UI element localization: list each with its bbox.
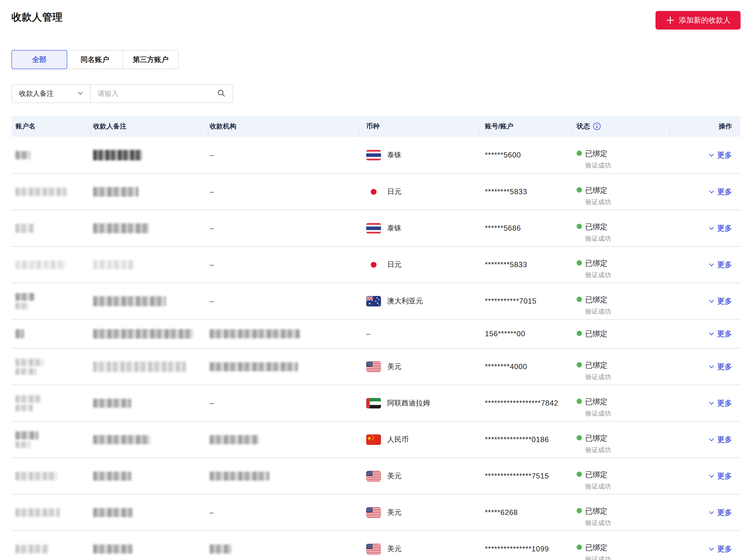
payee-note-cell (91, 348, 208, 385)
table-row: –日元********5833已绑定验证成功更多 (12, 246, 740, 283)
status-badge: 已绑定 (585, 543, 611, 553)
chevron-down-icon (708, 225, 715, 232)
account-name-redacted (16, 508, 60, 517)
more-actions-label: 更多 (717, 398, 732, 408)
more-actions-button[interactable]: 更多 (708, 544, 732, 554)
more-actions-label: 更多 (717, 187, 732, 197)
currency-label: 泰铢 (387, 150, 402, 160)
status-cell: 已绑定验证成功 (572, 348, 670, 385)
currency-label: 人民币 (387, 435, 409, 444)
account-name-redacted (16, 405, 33, 411)
account-name-cell (12, 174, 91, 210)
table-row: –泰铢******5686已绑定验证成功更多 (12, 210, 740, 246)
payee-note-redacted (93, 361, 186, 372)
status-dot-icon (577, 435, 582, 440)
topbar: 收款人管理 添加新的收款人 (12, 0, 740, 29)
currency-label: 美元 (387, 471, 402, 481)
more-actions-label: 更多 (717, 223, 732, 233)
currency-cell: 泰铢 (360, 137, 480, 173)
account-number-cell: ********5833 (480, 247, 572, 283)
japan-flag-icon (366, 260, 381, 270)
status-badge: 已绑定 (585, 397, 611, 407)
more-actions-button[interactable]: 更多 (708, 223, 732, 233)
institution-cell: – (208, 283, 360, 319)
more-actions-button[interactable]: 更多 (708, 150, 732, 160)
more-actions-button[interactable]: 更多 (708, 296, 732, 306)
currency-cell: 美元 (360, 458, 480, 494)
account-name-cell (12, 385, 91, 421)
chevron-down-icon (77, 89, 84, 98)
tab-0[interactable]: 全部 (12, 50, 67, 69)
more-actions-button[interactable]: 更多 (708, 435, 732, 445)
more-actions-button[interactable]: 更多 (708, 329, 732, 339)
institution-cell: – (208, 174, 360, 210)
more-actions-button[interactable]: 更多 (708, 398, 732, 408)
australia-flag-icon (366, 296, 381, 306)
chevron-down-icon (708, 363, 715, 370)
chevron-down-icon (708, 261, 715, 268)
column-header-0: 账户名 (12, 122, 91, 131)
institution-empty: – (210, 188, 214, 196)
tab-1[interactable]: 同名账户 (67, 50, 123, 69)
status-cell: 已绑定验证成功 (572, 422, 670, 458)
account-name-cell (12, 422, 91, 458)
status-dot-icon (577, 544, 582, 550)
masked-account-number: 156******00 (485, 329, 525, 338)
payee-note-cell (91, 531, 208, 560)
japan-flag-icon (366, 186, 381, 197)
currency-cell: 美元 (360, 495, 480, 531)
currency-cell: 泰铢 (360, 210, 480, 246)
status-dot-icon (577, 151, 582, 156)
filter-select[interactable]: 收款人备注 (12, 85, 90, 102)
status-subtext: 验证成功 (585, 271, 611, 279)
more-actions-button[interactable]: 更多 (708, 471, 732, 481)
account-name-cell (12, 247, 91, 283)
action-cell: 更多 (670, 495, 740, 531)
chevron-down-icon (708, 436, 715, 443)
account-name-cell (12, 320, 91, 348)
status-dot-icon (577, 362, 582, 367)
currency-label: 日元 (387, 260, 402, 269)
action-cell: 更多 (670, 348, 740, 385)
status-cell: 已绑定验证成功 (572, 247, 670, 283)
usa-flag-icon (366, 361, 381, 372)
institution-cell: – (208, 495, 360, 531)
institution-cell: – (208, 137, 360, 173)
tab-group: 全部同名账户第三方账户 (12, 50, 740, 69)
add-payee-button[interactable]: 添加新的收款人 (655, 11, 740, 29)
more-actions-button[interactable]: 更多 (708, 507, 732, 518)
status-subtext: 验证成功 (585, 198, 611, 206)
plus-icon (666, 16, 675, 25)
payee-note-cell (91, 283, 208, 319)
status-badge: 已绑定 (585, 360, 611, 370)
currency-cell: 澳大利亚元 (360, 283, 480, 319)
column-header-2: 收款机构 (208, 122, 360, 131)
table-row: –156******00已绑定更多 (12, 319, 740, 348)
masked-account-number: ***************7515 (485, 472, 549, 480)
account-number-cell: ******5686 (480, 210, 572, 246)
table-row: –泰铢******5600已绑定验证成功更多 (12, 137, 740, 173)
masked-account-number: ******************7842 (485, 399, 558, 407)
tab-2[interactable]: 第三方账户 (123, 50, 179, 69)
currency-label: 日元 (387, 187, 402, 197)
payee-note-redacted (93, 187, 139, 197)
institution-redacted (210, 472, 269, 481)
status-subtext: 验证成功 (585, 373, 611, 381)
more-actions-button[interactable]: 更多 (708, 187, 732, 197)
action-cell: 更多 (670, 385, 740, 421)
column-header-6: 操作 (670, 122, 740, 131)
status-subtext: 验证成功 (585, 409, 611, 418)
search-input[interactable]: 请输入 (90, 85, 232, 102)
chevron-down-icon (708, 400, 715, 406)
account-name-redacted (16, 187, 67, 196)
more-actions-button[interactable]: 更多 (708, 260, 732, 270)
search-icon[interactable] (217, 89, 226, 99)
status-dot-icon (577, 331, 582, 336)
account-name-redacted (16, 545, 49, 553)
account-name-cell (12, 283, 91, 319)
currency-cell: 人民币 (360, 422, 480, 458)
add-payee-button-label: 添加新的收款人 (679, 15, 731, 25)
info-icon[interactable] (590, 122, 601, 131)
more-actions-button[interactable]: 更多 (708, 362, 732, 372)
status-subtext: 验证成功 (585, 519, 611, 527)
